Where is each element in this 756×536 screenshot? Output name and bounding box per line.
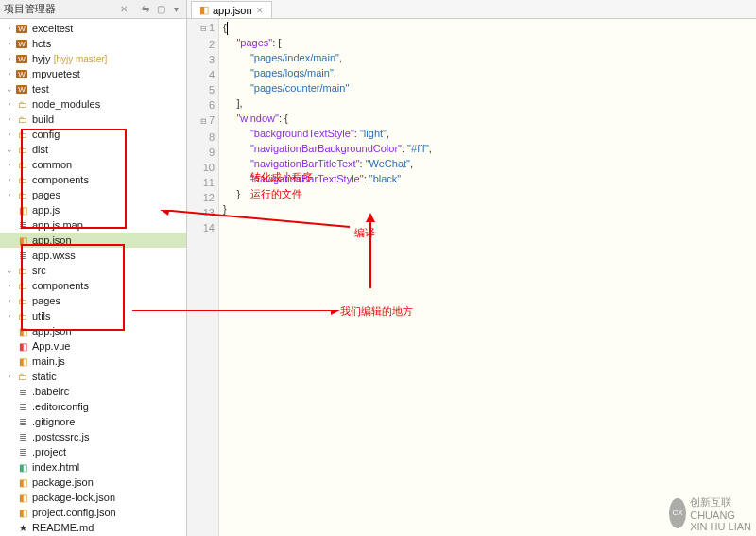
tree-item-node-modules[interactable]: ›🗀node_modules (0, 96, 186, 112)
file-icon: ≣ (15, 385, 30, 398)
tree-item-project[interactable]: ≣.project (0, 444, 186, 459)
vue-file-icon: ◧ (15, 339, 30, 353)
tree-item-gitignore[interactable]: ≣.gitignore (0, 414, 186, 429)
json-file-icon: ◧ (15, 475, 30, 489)
js-file-icon: ◧ (15, 354, 30, 368)
collapse-icon[interactable]: ▢ (154, 3, 167, 16)
annotation-box-dist (21, 129, 127, 229)
editor-text-area[interactable]: { "pages": [ "pages/index/main", "pages/… (219, 19, 756, 536)
file-icon: ≣ (15, 445, 30, 458)
project-explorer-header: 项目管理器 ✕ ⇆ ▢ ▾ (0, 0, 186, 19)
editor-gutter: ⊟1 23456 ⊟7 891011121314 (187, 19, 219, 536)
panel-toolbar: ⇆ ▢ ▾ (139, 3, 182, 16)
folder-icon: 🗀 (15, 112, 30, 126)
annotation-box-src (21, 244, 125, 331)
link-icon[interactable]: ⇆ (139, 3, 152, 16)
tree-item-readme[interactable]: ★README.md (0, 520, 186, 535)
tree-item-exceltest[interactable]: ›Wexceltest (0, 21, 186, 36)
html-file-icon: ◧ (15, 460, 30, 474)
folder-icon: 🗀 (15, 97, 30, 111)
tree-item-babelrc[interactable]: ≣.babelrc (0, 384, 186, 399)
json-file-icon: ◧ (15, 506, 30, 519)
close-icon[interactable]: ✕ (256, 6, 264, 15)
annotation-text-convert: 转化成小程序 运行的文件 (250, 168, 313, 202)
git-branch-tag: [hyjy master] (54, 54, 108, 64)
tree-item-project-config-json[interactable]: ◧project.config.json (0, 505, 186, 520)
close-icon[interactable]: ✕ (120, 4, 128, 14)
menu-icon[interactable]: ▾ (169, 3, 182, 16)
watermark-logo-icon: CX (669, 498, 686, 528)
annotation-text-edit-place: 我们编辑的地方 (340, 303, 413, 320)
tree-item-mpvuetest[interactable]: ›Wmpvuetest (0, 66, 186, 81)
folder-icon: 🗀 (15, 370, 30, 383)
tree-item-editorconfig[interactable]: ≣.editorconfig (0, 399, 186, 414)
json-file-icon: ◧ (15, 491, 30, 504)
annotation-text-compile: 编译 (354, 224, 375, 241)
tree-item-main-js[interactable]: ◧main.js (0, 354, 186, 369)
tree-item-index-html[interactable]: ◧index.html (0, 459, 186, 475)
watermark: CX 创新互联 CHUANG XIN HU LIAN (669, 494, 752, 532)
tree-item-postcssrc[interactable]: ≣.postcssrc.js (0, 429, 186, 444)
tree-item-hcts[interactable]: ›Whcts (0, 36, 186, 51)
tree-item-app-vue[interactable]: ◧App.vue (0, 338, 186, 354)
editor-tabbar: ◧ app.json ✕ (187, 0, 756, 19)
editor-tab-label: app.json (213, 5, 252, 16)
star-icon: ★ (15, 521, 30, 534)
panel-title: 项目管理器 (4, 2, 56, 16)
editor-tab-app-json[interactable]: ◧ app.json ✕ (191, 1, 272, 18)
editor-pane: ◧ app.json ✕ ⊟1 23456 ⊟7 891011121314 { … (187, 0, 756, 536)
json-file-icon: ◧ (199, 4, 209, 16)
tree-item-package-json[interactable]: ◧package.json (0, 475, 186, 490)
tree-item-test[interactable]: ⌄Wtest (0, 81, 186, 96)
tree-item-static[interactable]: ›🗀static (0, 369, 186, 384)
tree-item-build[interactable]: ›🗀build (0, 112, 186, 127)
file-icon: ≣ (15, 415, 30, 428)
file-icon: ≣ (15, 430, 30, 443)
file-icon: ≣ (15, 400, 30, 413)
tree-item-package-lock-json[interactable]: ◧package-lock.json (0, 490, 186, 505)
tree-item-hyjy[interactable]: ›Whyjy [hyjy master] (0, 51, 186, 66)
